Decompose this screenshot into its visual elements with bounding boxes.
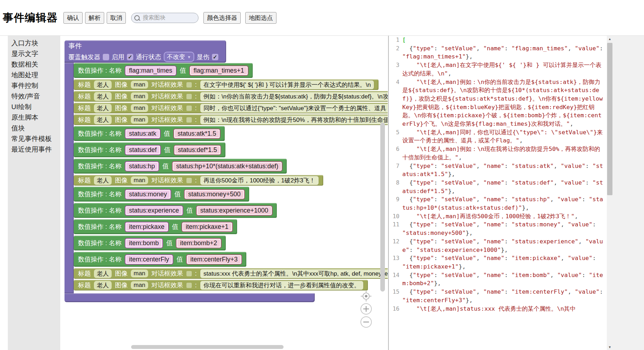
- cancel-button[interactable]: 取消: [107, 12, 126, 24]
- workspace-vertical-scrollbar[interactable]: [380, 123, 385, 292]
- name-field[interactable]: item:pickaxe: [125, 222, 169, 232]
- sidebar-item[interactable]: 特效/声音: [8, 91, 60, 102]
- setvalue-block[interactable]: 数值操作 : 名称status:hp值status:hp+10*(status:…: [74, 159, 287, 174]
- text-block[interactable]: 标题老人图像man对话框效果:status:xxx 代表勇士的某个属性。\n其中…: [74, 268, 388, 279]
- setvalue-block[interactable]: 数值操作 : 名称status:atk值status:atk*1.5: [74, 126, 225, 141]
- value-field[interactable]: status:def*1.5: [174, 145, 221, 155]
- code-text[interactable]: "\t[老人,man]例如：\n现在我将让你的攻防提升50%，再将攻防和的十倍加…: [402, 145, 604, 162]
- code-text[interactable]: "\t[老人,man]status:xxx 代表勇士的某个属性。\n其中: [402, 305, 604, 313]
- search-input[interactable]: [142, 14, 186, 21]
- name-field[interactable]: status:atk: [125, 129, 161, 139]
- sidebar-item[interactable]: UI绘制: [8, 102, 60, 112]
- scroll-down-arrow[interactable]: ▼: [607, 344, 613, 350]
- editor-scrollbar[interactable]: ▲ ▼: [607, 36, 613, 350]
- checkbox-field[interactable]: [103, 54, 109, 60]
- code-text[interactable]: {"type": "setValue", "name": "status:atk…: [402, 162, 604, 179]
- event-block-header[interactable]: 事件 覆盖触发器启用✓通行状态不改变▼显伤✓: [65, 40, 226, 63]
- checkbox-field[interactable]: [186, 106, 192, 111]
- setvalue-block[interactable]: 数值操作 : 名称status:def值status:def*1.5: [74, 142, 225, 157]
- title-field[interactable]: 老人: [94, 80, 112, 89]
- checkbox-field[interactable]: [186, 117, 192, 123]
- blockly-workspace[interactable]: 事件 覆盖触发器启用✓通行状态不改变▼显伤✓ 数值操作 : 名称flag:man…: [60, 36, 388, 350]
- checkbox-field[interactable]: [186, 271, 192, 276]
- image-field[interactable]: man: [131, 116, 148, 124]
- setvalue-block[interactable]: 数值操作 : 名称item:pickaxe值item:pickaxe+1: [74, 219, 237, 234]
- checkbox-field[interactable]: [186, 178, 192, 183]
- sidebar-item[interactable]: 显示文字: [8, 49, 60, 59]
- title-field[interactable]: 老人: [94, 92, 112, 101]
- code-text[interactable]: "\t[老人,man]在文字中使用${' ${ '}和 } 可以计算并显示一个表…: [402, 61, 604, 78]
- text-block[interactable]: 标题老人图像man对话框效果:例如：\n现在我将让你的攻防提升50%，再将攻防和…: [74, 114, 388, 125]
- code-editor[interactable]: 1[2 {"type": "setValue", "name": "flag:m…: [388, 36, 607, 350]
- event-block-footer[interactable]: [65, 293, 315, 302]
- title-field[interactable]: 老人: [94, 115, 112, 124]
- text-block[interactable]: 标题老人图像man对话框效果:同时，你也可以通过{"type": "setVal…: [74, 103, 388, 113]
- value-field[interactable]: flag:man_times+1: [189, 66, 248, 76]
- sidebar-item[interactable]: 入口方块: [8, 38, 60, 49]
- workspace-horizontal-scrollbar[interactable]: [131, 345, 284, 349]
- sidebar-item[interactable]: 数据相关: [8, 59, 60, 70]
- text-block[interactable]: 标题老人图像man对话框效果:再送你500金币，1000经验，1破2炸3飞！: [74, 175, 323, 186]
- value-field[interactable]: status:money+500: [184, 189, 245, 199]
- sidebar-item[interactable]: 常见事件模板: [8, 134, 60, 144]
- image-field[interactable]: man: [131, 270, 148, 277]
- sidebar-item[interactable]: 事件控制: [8, 80, 60, 91]
- code-text[interactable]: "\t[老人,man]同时，你也可以通过{\"type\": \"setValu…: [402, 128, 604, 145]
- image-field[interactable]: man: [131, 92, 148, 100]
- confirm-button[interactable]: 确认: [63, 12, 83, 24]
- checkbox-field[interactable]: ✓: [212, 54, 218, 60]
- name-field[interactable]: status:experience: [125, 205, 183, 216]
- sidebar-item[interactable]: 地图处理: [8, 70, 60, 80]
- scroll-up-arrow[interactable]: ▲: [607, 36, 613, 42]
- sidebar-item[interactable]: 值块: [8, 123, 60, 134]
- center-view-button[interactable]: [360, 290, 372, 304]
- zoom-out-button[interactable]: [360, 316, 372, 329]
- editor-scrollbar-thumb[interactable]: [607, 43, 612, 195]
- code-text[interactable]: {"type": "setValue", "name": "status:hp"…: [402, 195, 604, 212]
- code-text[interactable]: "\t[老人,man]例如：\n你的当前攻击力是${status:atk}，防御…: [402, 78, 604, 128]
- code-text[interactable]: {"type": "setValue", "name": "item:picka…: [402, 254, 604, 271]
- sidebar-item[interactable]: 原生脚本: [8, 112, 60, 123]
- setvalue-block[interactable]: 数值操作 : 名称item:bomb值item:bomb+2: [74, 236, 226, 250]
- setvalue-block[interactable]: 数值操作 : 名称status:experience值status:experi…: [74, 203, 277, 218]
- parse-button[interactable]: 解析: [85, 12, 104, 24]
- name-field[interactable]: status:hp: [125, 161, 159, 171]
- setvalue-block[interactable]: 数值操作 : 名称item:centerFly值item:centerFly+3: [74, 252, 246, 267]
- setvalue-block[interactable]: 数值操作 : 名称status:money值status:money+500: [74, 187, 249, 202]
- checkbox-field[interactable]: [186, 94, 192, 99]
- code-text[interactable]: {"type": "setValue", "name": "item:bomb"…: [402, 271, 604, 288]
- checkbox-field[interactable]: ✓: [127, 54, 133, 60]
- code-text[interactable]: "\t[老人,man]再送你500金币，1000经验，1破2炸3飞！",: [402, 212, 604, 221]
- name-field[interactable]: status:money: [125, 189, 171, 199]
- code-text[interactable]: [: [402, 36, 604, 44]
- value-field[interactable]: status:atk*1.5: [173, 129, 220, 139]
- name-field[interactable]: item:centerFly: [125, 254, 173, 265]
- code-text[interactable]: {"type": "setValue", "name": "status:exp…: [402, 237, 604, 254]
- event-block-spine[interactable]: [65, 63, 74, 294]
- map-pick-button[interactable]: 地图选点: [245, 12, 276, 24]
- code-text[interactable]: {"type": "setValue", "name": "flag:man_t…: [402, 44, 604, 61]
- code-text[interactable]: {"type": "setValue", "name": "item:cente…: [402, 288, 604, 304]
- value-field[interactable]: status:hp+10*(status:atk+status:def): [172, 161, 282, 171]
- title-field[interactable]: 老人: [94, 176, 112, 185]
- zoom-in-button[interactable]: [360, 303, 372, 316]
- text-block[interactable]: 标题老人图像man对话框效果:你现在可以重新和我进行对话，进一步看到属性值的改变…: [74, 280, 368, 290]
- setvalue-block[interactable]: 数值操作 : 名称flag:man_times值flag:man_times+1: [74, 63, 253, 78]
- pass-state-dropdown[interactable]: 不改变▼: [164, 52, 194, 62]
- image-field[interactable]: man: [131, 281, 148, 289]
- color-picker-button[interactable]: 颜色选择器: [203, 12, 241, 24]
- value-field[interactable]: item:centerFly+3: [186, 254, 242, 265]
- value-field[interactable]: item:bomb+2: [176, 238, 222, 248]
- checkbox-field[interactable]: [186, 82, 192, 88]
- name-field[interactable]: flag:man_times: [125, 66, 177, 76]
- title-field[interactable]: 老人: [94, 269, 112, 278]
- code-text[interactable]: {"type": "setValue", "name": "status:mon…: [402, 220, 604, 237]
- sidebar-item[interactable]: 最近使用事件: [8, 144, 60, 155]
- value-field[interactable]: status:experience+1000: [196, 205, 273, 216]
- code-text[interactable]: {"type": "setValue", "name": "status:def…: [402, 179, 604, 195]
- title-field[interactable]: 老人: [94, 281, 112, 290]
- search-box[interactable]: [131, 13, 198, 23]
- value-field[interactable]: item:pickaxe+1: [181, 222, 233, 232]
- checkbox-field[interactable]: [186, 283, 192, 288]
- name-field[interactable]: status:def: [125, 145, 161, 155]
